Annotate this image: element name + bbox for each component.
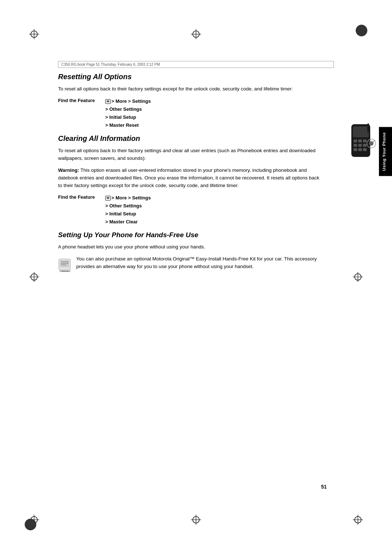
svg-line-36	[373, 140, 375, 142]
body-resetting: To reset all options back to their facto…	[58, 85, 319, 93]
optional-block: Optional Accessories You can also purcha…	[58, 255, 319, 271]
svg-rect-30	[358, 148, 362, 151]
file-info-text: C350.RG.book Page 51 Thursday, February …	[61, 62, 160, 66]
body-clearing: To reset all options back to their facto…	[58, 147, 319, 162]
menu-icon-2: M	[105, 196, 111, 200]
svg-rect-23	[354, 139, 357, 142]
svg-rect-22	[353, 126, 369, 137]
title-clearing: Clearing All Information	[58, 134, 319, 143]
warning-body: This option erases all user-entered info…	[58, 167, 319, 188]
find-feature-path-2: M> More > Settings > Other Settings > In…	[105, 194, 151, 226]
section-clearing: Clearing All Information To reset all op…	[58, 134, 319, 226]
svg-rect-38	[60, 260, 69, 267]
phone-image	[348, 123, 377, 163]
svg-rect-27	[358, 144, 362, 147]
side-tab: Using Your Phone	[379, 127, 392, 176]
warning-text: Warning: This option erases all user-ent…	[58, 167, 319, 190]
section-hands-free: Setting Up Your Phone for Hands-Free Use…	[58, 231, 319, 271]
find-feature-clearing: Find the Feature M> More > Settings > Ot…	[58, 194, 319, 226]
svg-rect-26	[354, 144, 357, 147]
find-feature-label-1: Find the Feature	[58, 97, 105, 129]
reg-mark-top-center	[191, 29, 201, 40]
optional-accessories-text: You can also purchase an optional Motoro…	[76, 255, 319, 271]
reg-mark-bot-center	[191, 515, 201, 526]
title-resetting: Resetting All Options	[58, 73, 319, 81]
menu-icon-1: M	[105, 99, 111, 104]
svg-rect-29	[354, 148, 357, 151]
content-area: Resetting All Options To reset all optio…	[58, 73, 319, 482]
page-container: C350.RG.book Page 51 Thursday, February …	[0, 0, 392, 555]
black-circle-bot-left	[25, 519, 36, 530]
svg-rect-31	[363, 148, 367, 151]
svg-rect-28	[363, 144, 367, 147]
warning-label: Warning:	[58, 167, 79, 173]
find-feature-path-1: M> More > Settings > Other Settings > In…	[105, 97, 151, 129]
svg-rect-32	[367, 123, 369, 133]
svg-rect-25	[363, 139, 367, 142]
reg-mark-mid-left	[29, 272, 39, 283]
reg-mark-mid-right	[353, 272, 363, 283]
section-resetting: Resetting All Options To reset all optio…	[58, 73, 319, 129]
header-bar: C350.RG.book Page 51 Thursday, February …	[58, 61, 334, 68]
optional-accessories-icon: Optional Accessories	[58, 256, 73, 271]
body-hands-free: A phone headset lets you use your phone …	[58, 243, 319, 251]
svg-rect-24	[358, 139, 362, 142]
reg-mark-bot-right	[353, 515, 363, 526]
page-number: 51	[321, 484, 327, 490]
svg-text:Accessories: Accessories	[60, 270, 70, 272]
find-feature-label-2: Find the Feature	[58, 194, 105, 226]
find-feature-resetting: Find the Feature M> More > Settings > Ot…	[58, 97, 319, 129]
reg-mark-top-left	[29, 29, 39, 40]
title-hands-free: Setting Up Your Phone for Hands-Free Use	[58, 231, 319, 239]
black-circle-top-right	[356, 25, 367, 36]
